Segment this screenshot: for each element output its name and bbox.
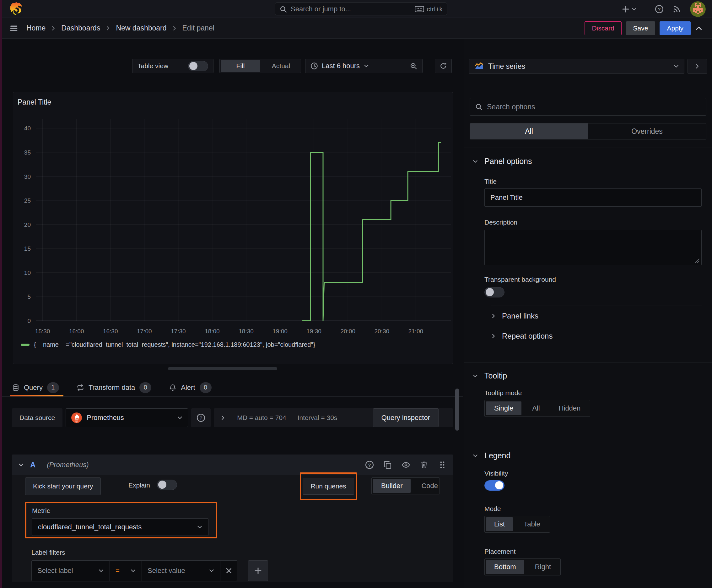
builder-option[interactable]: Builder xyxy=(373,479,411,493)
legend-placement-switch: Bottom Right xyxy=(484,559,561,575)
tab-alert[interactable]: Alert 0 xyxy=(169,378,211,396)
description-textarea[interactable] xyxy=(484,230,702,265)
database-icon xyxy=(12,384,19,391)
operator-dropdown[interactable]: = xyxy=(110,560,142,581)
hide-response-icon[interactable] xyxy=(402,460,410,469)
refresh-button[interactable] xyxy=(435,59,452,73)
breadcrumb-dashboards[interactable]: Dashboards xyxy=(61,24,100,33)
collapse-pane-icon[interactable] xyxy=(695,24,703,32)
svg-text:21:00: 21:00 xyxy=(408,328,424,335)
query-options-bar[interactable]: MD = auto = 704 Interval = 30s Query ins… xyxy=(214,408,453,427)
select-value-dropdown[interactable]: Select value xyxy=(142,560,220,581)
remove-filter-button[interactable] xyxy=(220,560,237,581)
datasource-picker[interactable]: Prometheus xyxy=(66,408,188,427)
search-icon xyxy=(279,5,287,13)
time-range-picker[interactable]: Last 6 hours xyxy=(305,62,404,70)
apply-button[interactable]: Apply xyxy=(660,21,691,35)
alert-count-badge: 0 xyxy=(200,382,212,393)
kick-start-button[interactable]: Kick start your query xyxy=(25,478,101,495)
tooltip-header[interactable]: Tooltip xyxy=(473,371,702,380)
query-inspector-button[interactable]: Query inspector xyxy=(373,408,438,427)
duplicate-icon[interactable] xyxy=(383,460,392,469)
panel-title-input[interactable] xyxy=(484,188,702,207)
chart-svg[interactable]: 15:3016:0016:3017:0017:3018:0018:3019:00… xyxy=(13,119,453,339)
query-help-icon[interactable] xyxy=(365,460,374,469)
chevron-right-icon xyxy=(694,63,700,69)
metric-value: cloudflared_tunnel_total_requests xyxy=(38,523,192,531)
scrollbar-thumb[interactable] xyxy=(455,388,459,430)
transparent-bg-toggle[interactable] xyxy=(484,287,504,297)
help-button[interactable] xyxy=(655,5,664,14)
breadcrumb-new-dashboard[interactable]: New dashboard xyxy=(116,24,166,33)
select-label-dropdown[interactable]: Select label xyxy=(31,560,110,581)
toggle-options-pane-button[interactable] xyxy=(688,59,707,74)
legend-series-label[interactable]: {__name__="cloudflared_tunnel_total_requ… xyxy=(34,341,315,348)
tooltip-hidden-option[interactable]: Hidden xyxy=(549,400,590,417)
legend-visibility-toggle[interactable] xyxy=(484,480,504,491)
tab-query[interactable]: Query 1 xyxy=(12,378,59,396)
tooltip-all-option[interactable]: All xyxy=(523,400,549,417)
discard-button[interactable]: Discard xyxy=(585,21,621,35)
description-field-label: Description xyxy=(484,218,702,226)
panel-options-header[interactable]: Panel options xyxy=(473,157,702,166)
top-nav: ctrl+k xyxy=(0,0,712,18)
tooltip-single-option[interactable]: Single xyxy=(486,401,521,415)
datasource-help-button[interactable] xyxy=(191,408,211,427)
actual-option[interactable]: Actual xyxy=(261,59,301,73)
svg-text:30: 30 xyxy=(24,173,31,180)
legend-list-option[interactable]: List xyxy=(486,517,513,531)
tab-all[interactable]: All xyxy=(470,123,588,139)
breadcrumb-home[interactable]: Home xyxy=(26,24,45,33)
code-option[interactable]: Code xyxy=(412,478,447,494)
query-header[interactable]: A (Prometheus) xyxy=(12,455,453,475)
tab-overrides[interactable]: Overrides xyxy=(588,123,706,139)
options-search[interactable] xyxy=(470,98,706,115)
placement-right-option[interactable]: Right xyxy=(525,559,560,575)
metric-select[interactable]: cloudflared_tunnel_total_requests xyxy=(32,518,209,536)
annotation-run-queries: Run queries xyxy=(300,472,357,500)
zoom-out-button[interactable] xyxy=(404,59,422,73)
svg-text:5: 5 xyxy=(27,293,31,300)
repeat-options-row[interactable]: Repeat options xyxy=(491,326,702,346)
tab-alert-label: Alert xyxy=(181,383,195,392)
breadcrumb-edit-panel: Edit panel xyxy=(182,24,214,33)
delete-icon[interactable] xyxy=(420,460,429,469)
fill-option[interactable]: Fill xyxy=(221,60,260,72)
legend-table-option[interactable]: Table xyxy=(514,516,550,532)
resize-handle[interactable] xyxy=(168,367,277,370)
table-view-toggle[interactable] xyxy=(188,61,208,71)
chart-legend: {__name__="cloudflared_tunnel_total_requ… xyxy=(21,341,315,348)
global-search[interactable]: ctrl+k xyxy=(275,2,447,15)
add-menu-button[interactable] xyxy=(622,5,637,13)
help-icon xyxy=(655,5,664,14)
add-filter-button[interactable] xyxy=(248,560,268,581)
chevron-down-icon xyxy=(473,159,478,164)
save-button[interactable]: Save xyxy=(626,21,655,35)
svg-text:25: 25 xyxy=(24,197,31,204)
news-button[interactable] xyxy=(672,5,681,14)
resize-corner-icon[interactable] xyxy=(694,257,700,263)
run-queries-button[interactable]: Run queries xyxy=(303,478,354,495)
visualization-picker[interactable]: Time series xyxy=(469,59,684,74)
tab-transform[interactable]: Transform data 0 xyxy=(77,378,151,396)
menu-icon[interactable] xyxy=(9,24,18,33)
plus-icon xyxy=(254,567,262,574)
select-label-placeholder: Select label xyxy=(37,567,73,575)
left-edge-strip xyxy=(0,0,2,588)
legend-header[interactable]: Legend xyxy=(473,451,702,460)
panel-links-row[interactable]: Panel links xyxy=(491,306,702,326)
explain-toggle[interactable] xyxy=(157,480,177,490)
search-input[interactable] xyxy=(291,5,411,13)
search-icon xyxy=(475,103,482,110)
legend-mode-switch: List Table xyxy=(484,516,550,533)
datasource-row: Data source Prometheus MD = auto = 704 I… xyxy=(12,408,453,427)
placement-bottom-option[interactable]: Bottom xyxy=(486,560,524,574)
drag-handle-icon[interactable] xyxy=(438,460,447,469)
edit-area: Table view Fill Actual Last 6 hours Pane… xyxy=(0,39,463,588)
user-avatar[interactable] xyxy=(690,1,706,17)
chevron-down-icon xyxy=(18,462,24,468)
options-search-input[interactable] xyxy=(487,103,701,111)
grafana-logo[interactable] xyxy=(8,1,24,19)
operator-value: = xyxy=(115,567,120,575)
chevron-right-icon xyxy=(105,25,111,31)
